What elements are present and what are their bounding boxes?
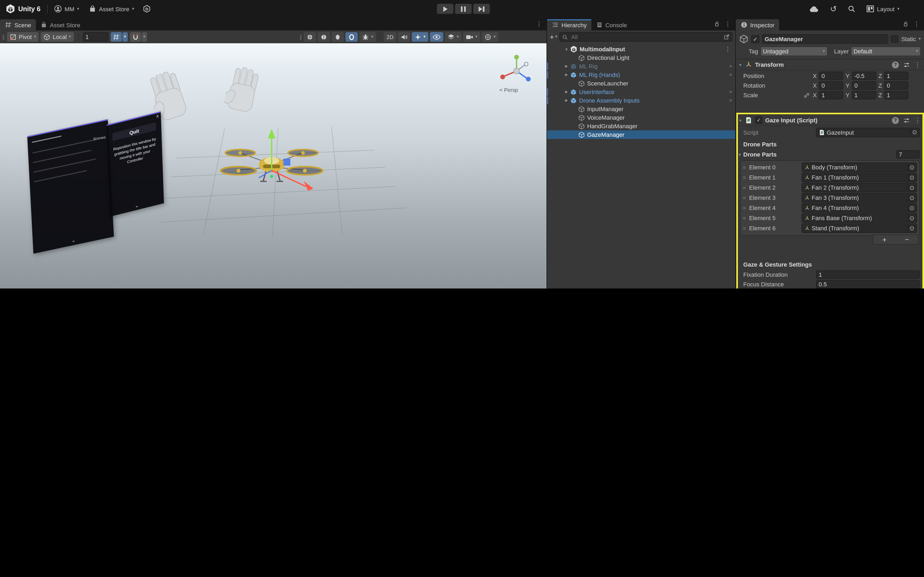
- tree-item[interactable]: ▶ Drone Assembly Inputs >: [547, 96, 735, 105]
- static-dropdown-icon[interactable]: ▾: [919, 37, 921, 41]
- object-field[interactable]: Fan 3 (Transform) ⊙: [801, 193, 917, 203]
- drawmode-outline-button[interactable]: [346, 32, 358, 42]
- tree-item[interactable]: VoiceManager: [547, 113, 735, 122]
- layer-dropdown[interactable]: Default▾: [851, 46, 921, 56]
- gameobject-name-field[interactable]: [762, 34, 888, 44]
- help-icon[interactable]: ?: [892, 61, 899, 68]
- tree-item-scene-root[interactable]: ▼ MultimodalInput ⋮: [547, 45, 735, 53]
- position-z-field[interactable]: [884, 72, 909, 80]
- more-icon[interactable]: ⋮: [536, 20, 542, 28]
- quit-button[interactable]: Quit: [129, 128, 139, 136]
- more-icon[interactable]: ⋮: [725, 20, 731, 28]
- drawmode-unlit-button[interactable]: [331, 32, 344, 42]
- object-field[interactable]: Fan 4 (Transform) ⊙: [801, 203, 917, 213]
- scale-x-field[interactable]: [819, 91, 843, 99]
- tree-item[interactable]: ▶ ML Rig (Hands) >: [547, 71, 735, 79]
- element-row[interactable]: = Element 1 Fan 1 (Transform) ⊙: [743, 172, 917, 182]
- prefab-open-icon[interactable]: >: [729, 64, 732, 69]
- tab-hierarchy[interactable]: Hierarchy: [547, 19, 591, 31]
- tree-item[interactable]: InputManager: [547, 105, 735, 113]
- 2d-toggle[interactable]: 2D: [384, 32, 396, 42]
- array-size-field[interactable]: [896, 150, 920, 159]
- focus-distance-field[interactable]: [816, 280, 920, 288]
- object-picker-icon[interactable]: ⊙: [908, 164, 916, 171]
- tab-scene[interactable]: Scene: [0, 19, 36, 31]
- search-icon[interactable]: [848, 5, 856, 13]
- search-input[interactable]: [570, 33, 721, 40]
- pivot-dropdown[interactable]: Pivot▾: [7, 32, 39, 42]
- active-checkbox[interactable]: ✓: [751, 35, 759, 43]
- account-menu[interactable]: MM▾: [54, 5, 79, 13]
- prefab-open-icon[interactable]: >: [729, 89, 732, 95]
- remove-element-button[interactable]: −: [905, 235, 909, 243]
- tree-item[interactable]: Directional Light: [547, 53, 735, 62]
- step-button[interactable]: [473, 4, 490, 14]
- rotation-x-field[interactable]: [819, 81, 843, 90]
- more-icon[interactable]: ⋮: [914, 116, 921, 124]
- layers-dropdown[interactable]: ▾: [445, 32, 462, 42]
- scale-z-field[interactable]: [884, 91, 909, 99]
- grid-visibility-toggle[interactable]: [111, 32, 122, 42]
- more-icon[interactable]: ⋮: [914, 61, 921, 68]
- add-element-button[interactable]: +: [882, 235, 886, 243]
- snap-dropdown[interactable]: ▾: [142, 32, 147, 42]
- play-button[interactable]: [437, 4, 454, 14]
- drag-handle[interactable]: ∥: [299, 34, 302, 40]
- element-row[interactable]: = Element 6 Stand (Transform) ⊙: [743, 223, 917, 233]
- version-control-button[interactable]: [143, 5, 151, 13]
- presets-icon[interactable]: [903, 61, 910, 68]
- scale-y-field[interactable]: [851, 91, 876, 99]
- enabled-checkbox[interactable]: ✓: [755, 116, 762, 124]
- drag-handle[interactable]: ∥: [2, 34, 5, 40]
- tree-item[interactable]: ▶ ML Rig >: [547, 62, 735, 71]
- more-icon[interactable]: ⋮: [725, 45, 731, 53]
- tab-asset-store[interactable]: Asset Store: [36, 19, 85, 31]
- debug-draw-dropdown[interactable]: ▾: [359, 32, 376, 42]
- gizmos-dropdown[interactable]: ▾: [482, 32, 498, 42]
- tab-console[interactable]: Console: [591, 19, 632, 31]
- more-icon[interactable]: ⋮: [913, 20, 920, 28]
- grid-visibility-dropdown[interactable]: ▾: [123, 32, 128, 42]
- drawmode-wire-button[interactable]: [318, 32, 330, 42]
- presets-icon[interactable]: [903, 117, 910, 124]
- grid-snap-size-field[interactable]: [83, 32, 108, 42]
- help-icon[interactable]: ?: [892, 117, 899, 124]
- lock-icon[interactable]: [903, 21, 909, 27]
- element-row[interactable]: = Element 5 Fans Base (Transform) ⊙: [743, 213, 917, 223]
- asset-store-menu[interactable]: Asset Store▾: [89, 5, 134, 13]
- effects-dropdown[interactable]: ▾: [412, 32, 428, 42]
- fixation-duration-field[interactable]: [816, 270, 920, 279]
- element-row[interactable]: = Element 3 Fan 3 (Transform) ⊙: [743, 193, 917, 203]
- cloud-icon[interactable]: [809, 5, 819, 13]
- static-checkbox[interactable]: [891, 35, 898, 43]
- create-menu-button[interactable]: +▾: [550, 32, 557, 41]
- audio-toggle[interactable]: [398, 32, 410, 42]
- tab-inspector[interactable]: Inspector: [736, 19, 779, 31]
- drone-parts-foldout[interactable]: ▼ Drone Parts: [738, 150, 920, 159]
- tag-dropdown[interactable]: Untagged▾: [760, 46, 828, 56]
- rotation-z-field[interactable]: [884, 81, 909, 90]
- rotation-y-field[interactable]: [851, 81, 876, 90]
- prefab-open-icon[interactable]: >: [729, 98, 732, 103]
- object-picker-icon[interactable]: ⊙: [908, 214, 916, 221]
- object-picker-icon[interactable]: ⊙: [908, 184, 916, 191]
- camera-dropdown[interactable]: ▾: [463, 32, 480, 42]
- object-picker-icon[interactable]: ⊙: [908, 174, 916, 181]
- object-field[interactable]: Fan 2 (Transform) ⊙: [801, 183, 917, 192]
- handle-rotation-dropdown[interactable]: Local▾: [41, 32, 74, 42]
- link-broken-icon[interactable]: [803, 92, 810, 98]
- gameobject-cube-icon[interactable]: [739, 34, 749, 44]
- persp-label[interactable]: < Persp: [499, 87, 518, 93]
- tree-item[interactable]: SceneLauncher: [547, 79, 735, 88]
- object-field[interactable]: Body (Transform) ⊙: [801, 163, 917, 172]
- lock-icon[interactable]: [714, 21, 720, 27]
- snap-toggle[interactable]: [130, 32, 141, 42]
- object-field[interactable]: Fan 1 (Transform) ⊙: [801, 172, 917, 182]
- element-row[interactable]: = Element 0 Body (Transform) ⊙: [743, 163, 917, 172]
- object-picker-icon[interactable]: ⊙: [908, 205, 916, 211]
- object-picker-icon[interactable]: ⊙: [911, 129, 918, 136]
- object-field[interactable]: Stand (Transform) ⊙: [801, 223, 917, 233]
- scene-visibility-toggle[interactable]: [430, 32, 443, 42]
- gaze-input-header[interactable]: ▼ ✓ Gaze Input (Script) ? ⋮: [736, 114, 924, 126]
- open-window-icon[interactable]: [724, 34, 730, 40]
